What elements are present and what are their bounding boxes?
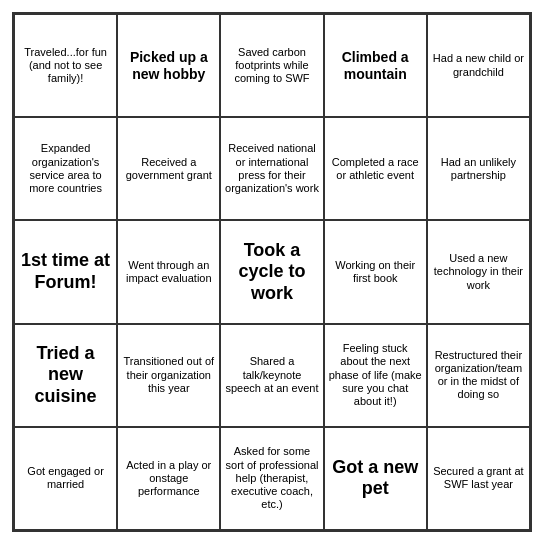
bingo-cell-r4c4: Secured a grant at SWF last year (427, 427, 530, 530)
bingo-cell-r4c1: Acted in a play or onstage performance (117, 427, 220, 530)
bingo-cell-r1c4: Had an unlikely partnership (427, 117, 530, 220)
bingo-cell-r0c3: Climbed a mountain (324, 14, 427, 117)
bingo-cell-r2c0: 1st time at Forum! (14, 220, 117, 323)
bingo-cell-r3c2: Shared a talk/keynote speech at an event (220, 324, 323, 427)
bingo-cell-r3c1: Transitioned out of their organization t… (117, 324, 220, 427)
bingo-cell-r1c1: Received a government grant (117, 117, 220, 220)
bingo-cell-r4c3: Got a new pet (324, 427, 427, 530)
bingo-cell-r3c4: Restructured their organization/team or … (427, 324, 530, 427)
bingo-cell-r0c1: Picked up a new hobby (117, 14, 220, 117)
bingo-cell-r2c4: Used a new technology in their work (427, 220, 530, 323)
bingo-cell-r1c0: Expanded organization's service area to … (14, 117, 117, 220)
bingo-cell-r2c1: Went through an impact evaluation (117, 220, 220, 323)
bingo-cell-r3c3: Feeling stuck about the next phase of li… (324, 324, 427, 427)
bingo-cell-r0c2: Saved carbon footprints while coming to … (220, 14, 323, 117)
bingo-cell-r0c0: Traveled...for fun (and not to see famil… (14, 14, 117, 117)
bingo-board: Traveled...for fun (and not to see famil… (12, 12, 532, 532)
bingo-cell-r1c3: Completed a race or athletic event (324, 117, 427, 220)
bingo-cell-r0c4: Had a new child or grandchild (427, 14, 530, 117)
bingo-cell-r3c0: Tried a new cuisine (14, 324, 117, 427)
bingo-cell-r1c2: Received national or international press… (220, 117, 323, 220)
bingo-cell-r4c0: Got engaged or married (14, 427, 117, 530)
bingo-cell-r2c2: Took a cycle to work (220, 220, 323, 323)
bingo-cell-r4c2: Asked for some sort of professional help… (220, 427, 323, 530)
bingo-cell-r2c3: Working on their first book (324, 220, 427, 323)
